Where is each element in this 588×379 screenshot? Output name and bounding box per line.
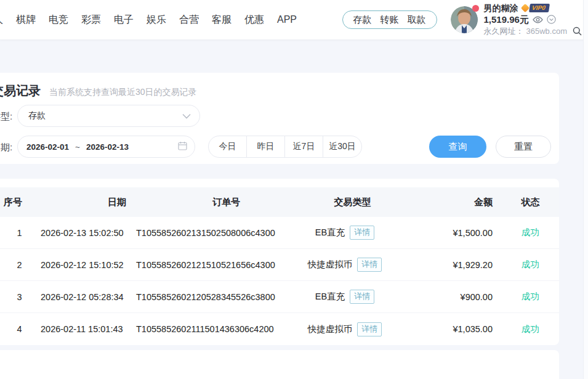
search-icon[interactable] bbox=[573, 26, 582, 36]
transactions-table-card: 序号 日期 订单号 交易类型 金额 状态 1 2026-02-13 15:02:… bbox=[0, 179, 559, 345]
top-navigation-bar: 人 棋牌 电竞 彩票 电子 娱乐 合营 客服 优惠 APP 存款 转账 取款 bbox=[0, 0, 588, 40]
type-select[interactable]: 存款 bbox=[17, 105, 200, 127]
reset-button[interactable]: 重置 bbox=[496, 136, 551, 158]
cell-seq: 3 bbox=[0, 292, 40, 302]
cell-type-text: 快捷虚拟币 bbox=[308, 324, 353, 334]
table-header: 序号 日期 订单号 交易类型 金额 状态 bbox=[0, 187, 559, 217]
cell-type: EB直充详情 bbox=[302, 226, 416, 240]
cell-type: 快捷虚拟币详情 bbox=[302, 258, 416, 272]
nav-item-partial[interactable]: 人 bbox=[0, 14, 3, 26]
header-order: 订单号 bbox=[132, 197, 302, 208]
cell-order: T1055852602121510521656c4300 bbox=[132, 260, 302, 270]
page-subtitle: 当前系统支持查询最近30日的交易记录 bbox=[49, 87, 197, 98]
balance-amount: 1,519.96元 bbox=[484, 15, 529, 24]
calendar-icon bbox=[178, 141, 187, 153]
nav-item-support[interactable]: 客服 bbox=[212, 14, 232, 26]
footer-card bbox=[0, 350, 559, 379]
detail-link[interactable]: 详情 bbox=[350, 226, 374, 240]
page: 人 棋牌 电竞 彩票 电子 娱乐 合营 客服 优惠 APP 存款 转账 取款 bbox=[0, 0, 588, 379]
user-info: 男的糊涂 VIP0 1,519.96元 bbox=[484, 4, 582, 36]
search-button[interactable]: 查询 bbox=[429, 136, 486, 158]
date-range-picker[interactable]: 2026-02-01 ~ 2026-02-13 bbox=[17, 136, 195, 158]
detail-link[interactable]: 详情 bbox=[357, 258, 382, 272]
table-row: 3 2026-02-12 05:28:34 T10558526021205283… bbox=[0, 281, 559, 313]
quick-range-yesterday[interactable]: 昨日 bbox=[247, 136, 285, 157]
deposit-button[interactable]: 存款 bbox=[353, 14, 372, 26]
filter-card: 交易记录 当前系统支持查询最近30日的交易记录 类型: 存款 日期: 2 bbox=[0, 73, 559, 164]
nav-item-lottery[interactable]: 彩票 bbox=[81, 14, 101, 26]
cell-amount: ¥900.00 bbox=[416, 292, 502, 302]
cell-type: EB直充详情 bbox=[302, 290, 416, 304]
content-area: 交易记录 当前系统支持查询最近30日的交易记录 类型: 存款 日期: 2 bbox=[0, 40, 588, 379]
table-row: 2 2026-02-12 15:10:52 T10558526021215105… bbox=[0, 249, 559, 281]
cell-status: 成功 bbox=[502, 324, 559, 335]
eye-icon[interactable] bbox=[533, 16, 543, 23]
main-nav: 人 棋牌 电竞 彩票 电子 娱乐 合营 客服 优惠 APP bbox=[0, 14, 297, 26]
cell-date: 2026-02-13 15:02:50 bbox=[40, 228, 132, 238]
table-row: 4 2026-02-11 15:01:43 T10558526021115014… bbox=[0, 313, 559, 345]
type-label: 类型: bbox=[0, 111, 12, 123]
permanent-url-value: 365wb.com bbox=[526, 27, 567, 35]
cell-order: T1055852602120528345526c3800 bbox=[132, 292, 302, 302]
username: 男的糊涂 bbox=[484, 4, 518, 12]
cell-seq: 4 bbox=[0, 324, 40, 334]
page-title: 交易记录 bbox=[0, 83, 41, 99]
chevron-down-icon bbox=[182, 110, 191, 121]
withdraw-button[interactable]: 取款 bbox=[408, 14, 426, 26]
cell-type-text: 快捷虚拟币 bbox=[308, 259, 353, 269]
transfer-button[interactable]: 转账 bbox=[381, 14, 399, 26]
cell-status: 成功 bbox=[502, 227, 559, 238]
cell-type-text: EB直充 bbox=[315, 227, 345, 237]
nav-item-chess[interactable]: 棋牌 bbox=[16, 14, 36, 26]
quick-range-7days[interactable]: 近7日 bbox=[285, 136, 323, 157]
chevron-down-circle-icon[interactable] bbox=[547, 15, 556, 24]
table-body: 1 2026-02-13 15:02:50 T10558526021315025… bbox=[0, 217, 559, 345]
cell-date: 2026-02-12 15:10:52 bbox=[40, 260, 132, 270]
quick-range-today[interactable]: 今日 bbox=[209, 136, 247, 157]
cell-amount: ¥1,929.20 bbox=[416, 260, 502, 270]
date-separator: ~ bbox=[75, 142, 80, 152]
cell-date: 2026-02-11 15:01:43 bbox=[40, 324, 132, 334]
date-label: 日期: bbox=[0, 142, 12, 153]
header-status: 状态 bbox=[502, 197, 559, 208]
nav-item-app[interactable]: APP bbox=[277, 14, 297, 25]
table-row: 1 2026-02-13 15:02:50 T10558526021315025… bbox=[0, 217, 559, 249]
nav-item-entertainment[interactable]: 娱乐 bbox=[147, 14, 166, 26]
cell-type-text: EB直充 bbox=[315, 291, 345, 301]
cell-status: 成功 bbox=[502, 259, 559, 271]
nav-item-esports[interactable]: 电竞 bbox=[49, 14, 68, 26]
cell-date: 2026-02-12 05:28:34 bbox=[40, 292, 132, 302]
cell-status: 成功 bbox=[502, 291, 559, 303]
header-seq: 序号 bbox=[0, 197, 40, 208]
quick-range-30days[interactable]: 近30日 bbox=[323, 136, 361, 157]
wallet-actions: 存款 转账 取款 bbox=[342, 10, 437, 29]
date-start-value: 2026-02-01 bbox=[26, 142, 69, 152]
detail-link[interactable]: 详情 bbox=[350, 290, 374, 304]
cell-order: T1055852602131502508006c4300 bbox=[132, 228, 302, 238]
header-amount: 金额 bbox=[416, 197, 502, 208]
cell-type: 快捷虚拟币详情 bbox=[302, 322, 416, 336]
cell-order: T1055852602111501436306c4200 bbox=[132, 324, 302, 334]
vip-level-label: VIP0 bbox=[529, 4, 550, 12]
permanent-url-label: 永久网址： bbox=[484, 27, 524, 35]
header-type: 交易类型 bbox=[302, 197, 416, 208]
cell-amount: ¥1,035.00 bbox=[416, 324, 502, 334]
notification-dot bbox=[472, 5, 479, 12]
nav-item-slots[interactable]: 电子 bbox=[114, 14, 134, 26]
avatar[interactable] bbox=[451, 6, 478, 33]
cell-seq: 1 bbox=[0, 228, 40, 238]
date-end-value: 2026-02-13 bbox=[86, 142, 129, 152]
nav-item-promotions[interactable]: 优惠 bbox=[244, 14, 264, 26]
type-select-value: 存款 bbox=[28, 110, 182, 121]
scrollbar[interactable] bbox=[583, 0, 588, 379]
nav-item-affiliate[interactable]: 合营 bbox=[179, 14, 199, 26]
cell-amount: ¥1,500.00 bbox=[416, 228, 502, 238]
vip-gem-icon bbox=[520, 4, 529, 12]
detail-link[interactable]: 详情 bbox=[357, 322, 382, 336]
quick-range-group: 今日 昨日 近7日 近30日 bbox=[208, 136, 362, 158]
topbar-right: 存款 转账 取款 bbox=[342, 4, 588, 36]
header-date: 日期 bbox=[40, 197, 132, 208]
cell-seq: 2 bbox=[0, 260, 40, 270]
vip-badge: VIP0 bbox=[522, 4, 549, 12]
